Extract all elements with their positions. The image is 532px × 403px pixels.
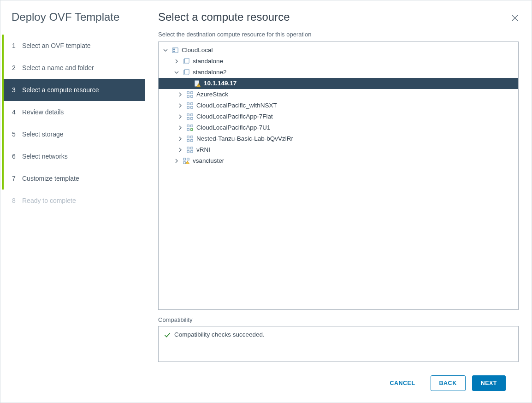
compatibility-panel: Compatibility checks succeeded.: [158, 326, 519, 362]
tree-node-label: vsancluster: [193, 155, 224, 166]
dialog-title: Deploy OVF Template: [0, 11, 145, 27]
svg-rect-10: [187, 92, 189, 94]
svg-rect-1: [173, 49, 175, 50]
step-label: Customize template: [22, 175, 79, 182]
tree-node-cluster[interactable]: AzureStack: [159, 89, 518, 100]
step-2[interactable]: 2 Select a name and folder: [2, 57, 145, 79]
svg-rect-2: [173, 51, 175, 52]
wizard-footer: CANCEL BACK NEXT: [158, 367, 519, 400]
step-label: Ready to complete: [22, 197, 76, 204]
tree-node-datacenter[interactable]: CloudLocal: [159, 45, 518, 56]
svg-rect-35: [187, 158, 189, 160]
svg-marker-37: [185, 161, 189, 164]
tree-node-label: 10.1.149.17: [204, 78, 236, 89]
compatibility-message: Compatibility checks succeeded.: [174, 331, 265, 338]
svg-rect-31: [191, 147, 193, 149]
cluster-green-icon: [186, 124, 194, 131]
chevron-right-icon[interactable]: [174, 59, 181, 64]
svg-rect-29: [191, 140, 193, 142]
svg-rect-11: [191, 92, 193, 94]
svg-rect-15: [191, 103, 193, 105]
chevron-right-icon[interactable]: [178, 103, 184, 108]
step-label: Review details: [22, 108, 64, 116]
tree-node-cluster[interactable]: vRNI: [159, 144, 518, 155]
svg-rect-27: [191, 136, 193, 138]
tree-node-label: standalone: [193, 56, 223, 67]
cluster-icon: [186, 146, 194, 154]
chevron-right-icon[interactable]: [178, 125, 184, 130]
svg-rect-24: [187, 129, 189, 130]
step-6[interactable]: 6 Select networks: [2, 145, 145, 167]
step-number: 1: [12, 42, 22, 49]
svg-rect-30: [187, 147, 189, 149]
tree-node-host-selected[interactable]: ! 10.1.149.17: [159, 78, 518, 89]
tree-node-cluster[interactable]: CloudLocalPacificApp-7Flat: [159, 111, 518, 122]
step-8: 8 Ready to complete: [2, 190, 145, 212]
svg-rect-22: [187, 125, 189, 127]
step-label: Select an OVF template: [22, 42, 91, 49]
svg-rect-0: [172, 48, 178, 53]
tree-node-label: AzureStack: [196, 89, 228, 100]
page-title: Select a compute resource: [158, 11, 519, 24]
tree-node-label: Nested-Tanzu-Basic-Lab-bQvVzlRr: [196, 133, 293, 144]
tree-node-label: vRNI: [196, 144, 210, 155]
wizard-main: Select a compute resource Select the des…: [145, 0, 532, 403]
tree-node-label: CloudLocalPacific_withNSXT: [196, 100, 277, 111]
tree-node-folder[interactable]: standalone: [159, 56, 518, 67]
svg-rect-20: [187, 118, 189, 119]
step-label: Select a compute resource: [22, 86, 99, 94]
step-label: Select networks: [22, 153, 68, 160]
deploy-ovf-dialog: Deploy OVF Template 1 Select an OVF temp…: [0, 0, 532, 403]
step-5[interactable]: 5 Select storage: [2, 123, 145, 145]
step-3[interactable]: 3 Select a compute resource: [2, 79, 145, 101]
cancel-button[interactable]: CANCEL: [381, 375, 424, 391]
tree-node-label: CloudLocalPacificApp-7U1: [196, 122, 271, 133]
tree-node-cluster[interactable]: CloudLocalPacific_withNSXT: [159, 100, 518, 111]
cluster-icon: [186, 113, 194, 120]
svg-rect-16: [187, 107, 189, 108]
close-icon: [510, 13, 520, 23]
folder-icon: [183, 69, 190, 76]
svg-rect-19: [191, 114, 193, 116]
cluster-warning-icon: [183, 157, 190, 165]
chevron-right-icon[interactable]: [174, 159, 181, 163]
tree-node-cluster[interactable]: CloudLocalPacificApp-7U1: [159, 122, 518, 133]
host-warning-icon: !: [194, 80, 201, 87]
step-number: 8: [12, 197, 22, 204]
svg-rect-23: [191, 125, 193, 127]
step-1[interactable]: 1 Select an OVF template: [2, 35, 145, 57]
chevron-right-icon[interactable]: [178, 136, 184, 141]
svg-rect-18: [187, 114, 189, 116]
chevron-down-icon[interactable]: [174, 70, 181, 75]
wizard-steps: 1 Select an OVF template 2 Select a name…: [0, 35, 145, 212]
chevron-right-icon[interactable]: [178, 148, 184, 152]
svg-rect-14: [187, 103, 189, 105]
step-number: 7: [12, 175, 22, 182]
tree-node-cluster-warn[interactable]: vsancluster: [159, 155, 518, 166]
compute-resource-tree[interactable]: CloudLocal standalone: [158, 41, 519, 310]
chevron-right-icon[interactable]: [178, 114, 184, 119]
svg-text:!: !: [198, 84, 199, 87]
cluster-icon: [186, 135, 194, 142]
close-button[interactable]: [510, 13, 520, 24]
svg-rect-26: [187, 136, 189, 138]
svg-rect-21: [191, 118, 193, 119]
tree-node-label: CloudLocal: [182, 45, 213, 56]
chevron-right-icon[interactable]: [178, 92, 184, 97]
step-7[interactable]: 7 Customize template: [2, 167, 145, 190]
svg-rect-12: [187, 95, 189, 97]
step-label: Select a name and folder: [22, 64, 94, 71]
tree-node-cluster[interactable]: Nested-Tanzu-Basic-Lab-bQvVzlRr: [159, 133, 518, 144]
svg-rect-13: [191, 95, 193, 97]
chevron-down-icon[interactable]: [163, 48, 170, 53]
dialog-body-row: Deploy OVF Template 1 Select an OVF temp…: [0, 0, 532, 403]
step-4[interactable]: 4 Review details: [2, 101, 145, 123]
tree-node-folder[interactable]: standalone2: [159, 67, 518, 78]
tree-node-label: CloudLocalPacificApp-7Flat: [196, 111, 273, 122]
svg-rect-6: [185, 70, 189, 74]
back-button[interactable]: BACK: [431, 375, 466, 391]
next-button[interactable]: NEXT: [472, 375, 506, 391]
tree-node-label: standalone2: [193, 67, 227, 78]
svg-rect-4: [185, 59, 189, 63]
wizard-sidebar: Deploy OVF Template 1 Select an OVF temp…: [0, 0, 145, 403]
